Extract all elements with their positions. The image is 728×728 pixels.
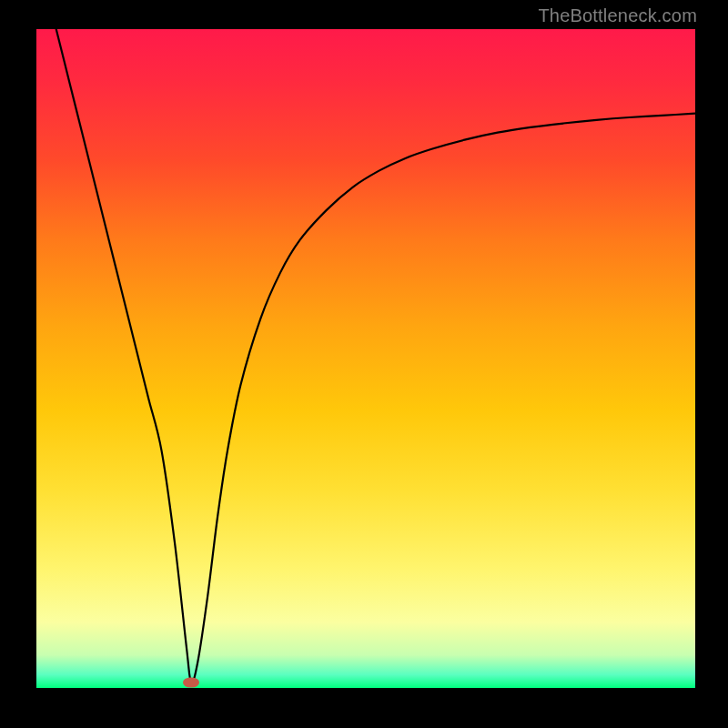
watermark-text: TheBottleneck.com [538,5,697,26]
curve-svg [36,29,695,688]
bottleneck-curve [56,29,695,683]
chart-frame: TheBottleneck.com [0,0,728,728]
minimum-marker [183,678,199,688]
plot-area [36,29,695,688]
